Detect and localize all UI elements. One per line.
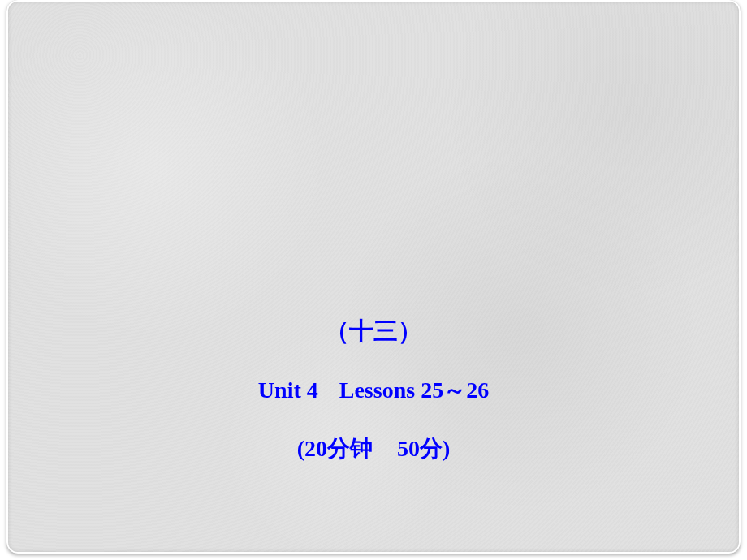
- unit-label: Unit 4: [258, 377, 318, 403]
- title-line-2: Unit 4Lessons 25～26: [6, 375, 741, 406]
- duration-label: (20分钟: [297, 436, 373, 461]
- lessons-label: Lessons 25～26: [339, 377, 489, 403]
- slide: （十三） Unit 4Lessons 25～26 (20分钟50分): [6, 0, 741, 554]
- title-line-1: （十三）: [6, 315, 741, 348]
- score-label: 50分): [397, 436, 450, 461]
- viewport: （十三） Unit 4Lessons 25～26 (20分钟50分): [0, 0, 747, 560]
- title-line-3: (20分钟50分): [6, 433, 741, 464]
